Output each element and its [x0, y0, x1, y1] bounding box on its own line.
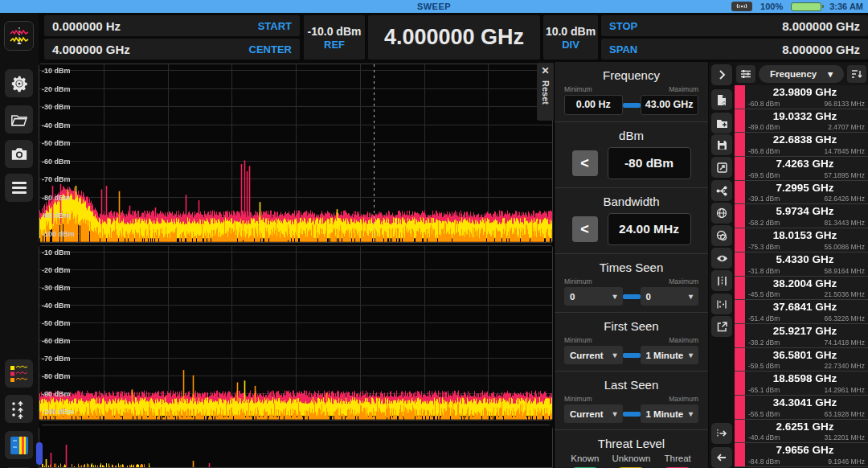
- last-seen-max-dropdown[interactable]: 1 Minute▾: [641, 404, 699, 423]
- list-item[interactable]: 5.9734 GHz-58.2 dBm81.3443 MHz: [735, 204, 868, 228]
- signal-frequency: 23.9809 GHz: [745, 86, 865, 98]
- list-item[interactable]: 18.8598 GHz-65.1 dBm14.2961 MHz: [735, 372, 868, 396]
- stop-value: 8.000000 GHz: [782, 19, 860, 33]
- first-seen-range-slider[interactable]: [623, 353, 641, 358]
- add-folder-button[interactable]: [711, 113, 732, 133]
- bandwidth-back-button[interactable]: <: [572, 216, 598, 242]
- ref-readout[interactable]: -10.0 dBmREF: [304, 15, 365, 60]
- open-file-button[interactable]: [5, 105, 33, 133]
- div-readout[interactable]: 10.0 dBmDIV: [543, 15, 598, 60]
- plot-scrollbar[interactable]: [36, 442, 43, 465]
- threat-option-threat[interactable]: Threat: [663, 454, 692, 468]
- list-item[interactable]: 37.6841 GHz-51.4 dBm66.3226 MHz: [735, 300, 868, 324]
- dbm-value-input[interactable]: -80 dBm: [608, 147, 691, 179]
- signal-bandwidth: 21.5036 MHz: [824, 290, 865, 298]
- save-button[interactable]: [711, 134, 732, 155]
- move-right-button[interactable]: [711, 423, 732, 444]
- globe-icon: [716, 207, 727, 219]
- last-seen-range-slider[interactable]: [623, 412, 641, 417]
- spectrum-view-button[interactable]: [5, 22, 33, 50]
- network-share-button[interactable]: [711, 180, 732, 201]
- list-filter-button[interactable]: [736, 65, 755, 83]
- threat-color-bar: [735, 324, 745, 347]
- center-label: CENTER: [249, 43, 292, 55]
- signal-bandwidth: 58.9164 MHz: [824, 267, 865, 275]
- list-item[interactable]: 19.0332 GHz-89.0 dBm2.4707 MHz: [735, 109, 868, 133]
- center-frequency-display[interactable]: 4.000000 GHz: [368, 15, 540, 60]
- menu-button[interactable]: [5, 174, 33, 202]
- reorder-button[interactable]: [711, 294, 732, 314]
- columns-button[interactable]: [711, 270, 732, 291]
- markers-icon: [10, 400, 29, 419]
- list-item[interactable]: 2.6251 GHz-40.4 dBm31.2201 MHz: [735, 420, 868, 444]
- list-item[interactable]: 7.9656 GHz-84.8 dBm9.1946 MHz: [735, 443, 868, 467]
- frequency-range-slider[interactable]: [623, 103, 641, 108]
- last-seen-min-dropdown[interactable]: Current▾: [564, 404, 623, 423]
- times-seen-section-title: Times Seen: [564, 261, 698, 274]
- collapse-panel-button[interactable]: [711, 64, 732, 85]
- threat-option-unknown[interactable]: Unknown: [612, 454, 651, 468]
- spectrum-plot-bottom[interactable]: -10 dBm-20 dBm-30 dBm-40 dBm-50 dBm-60 d…: [39, 245, 553, 421]
- antenna-button[interactable]: [731, 2, 752, 11]
- bandwidth-value-input[interactable]: 24.00 MHz: [608, 213, 691, 245]
- markers-button[interactable]: [5, 395, 33, 423]
- spectrum-canvas-third[interactable]: [39, 425, 552, 467]
- title-bar: SWEEP 100% 3:36 AM: [0, 0, 868, 13]
- signal-frequency: 36.5801 GHz: [745, 349, 865, 361]
- signal-bandwidth: 74.1418 MHz: [824, 339, 865, 347]
- back-button[interactable]: [711, 447, 732, 468]
- center-value: 4.000000 GHz: [52, 43, 130, 56]
- start-readout[interactable]: 0.000000 HzSTART: [44, 15, 300, 36]
- signal-details: -69.5 dBm57.1895 MHz: [748, 171, 865, 179]
- save-export-icon: [717, 162, 727, 173]
- save-as-button[interactable]: [711, 157, 732, 178]
- trace-legend-button[interactable]: [5, 359, 33, 388]
- arrow-left-icon: [716, 453, 727, 462]
- list-item[interactable]: 22.6838 GHz-86.8 dBm14.7845 MHz: [735, 133, 868, 157]
- dbm-back-button[interactable]: <: [572, 150, 598, 176]
- list-item[interactable]: 23.9809 GHz-60.8 dBm96.8133 MHz: [735, 85, 868, 109]
- center-readout[interactable]: 4.000000 GHzCENTER: [44, 39, 300, 60]
- list-item[interactable]: 34.3041 GHz-56.5 dBm63.1928 MHz: [735, 396, 868, 420]
- threat-option-known[interactable]: Known: [571, 454, 600, 468]
- times-seen-min-dropdown[interactable]: 0▾: [564, 287, 623, 306]
- menu-icon: [12, 182, 27, 194]
- screenshot-button[interactable]: [5, 140, 33, 168]
- last-seen-section-title: Last Seen: [564, 378, 698, 392]
- frequency-min-input[interactable]: 0.00 Hz: [564, 95, 623, 115]
- chevron-down-icon: ▾: [612, 409, 616, 418]
- close-filter-button[interactable]: ✕: [541, 63, 549, 79]
- add-file-button[interactable]: [711, 89, 732, 110]
- times-seen-range-slider[interactable]: [623, 294, 641, 299]
- times-seen-max-dropdown[interactable]: 0▾: [641, 287, 699, 306]
- stop-readout[interactable]: STOP8.000000 GHz: [601, 15, 868, 36]
- settings-button[interactable]: [5, 69, 33, 97]
- signal-frequency: 18.8598 GHz: [745, 372, 865, 384]
- spectrum-plot-third[interactable]: [39, 425, 553, 468]
- list-item[interactable]: 18.0153 GHz-75.3 dBm55.0086 MHz: [735, 228, 868, 252]
- list-item[interactable]: 5.4330 GHz-31.8 dBm58.9164 MHz: [735, 252, 868, 277]
- spectrum-plot-top[interactable]: -10 dBm-20 dBm-30 dBm-40 dBm-50 dBm-60 d…: [39, 64, 553, 243]
- sort-field-dropdown[interactable]: Frequency ▾: [759, 65, 844, 83]
- signal-details: -40.4 dBm31.2201 MHz: [748, 433, 865, 441]
- waterfall-button[interactable]: [5, 431, 33, 459]
- first-seen-min-dropdown[interactable]: Current▾: [564, 346, 623, 364]
- sort-order-button[interactable]: [847, 65, 866, 83]
- list-item[interactable]: 7.4263 GHz-69.5 dBm57.1895 MHz: [735, 157, 868, 181]
- signal-details: -84.8 dBm9.1946 MHz: [748, 458, 865, 466]
- globe-sync-button[interactable]: [711, 225, 732, 246]
- list-item[interactable]: 25.9217 GHz-38.2 dBm74.1418 MHz: [735, 324, 868, 348]
- globe-button[interactable]: [711, 203, 732, 224]
- signal-details: -75.3 dBm55.0086 MHz: [748, 243, 865, 251]
- frequency-max-input[interactable]: 43.00 GHz: [641, 95, 699, 115]
- first-seen-max-dropdown[interactable]: 1 Minute▾: [641, 346, 699, 364]
- spectrum-canvas-top[interactable]: [39, 64, 552, 242]
- visibility-button[interactable]: [711, 248, 732, 269]
- reset-button[interactable]: Reset: [541, 80, 551, 105]
- open-external-button[interactable]: [711, 316, 732, 337]
- list-item[interactable]: 38.2004 GHz-45.5 dBm21.5036 MHz: [735, 277, 868, 301]
- spectrum-canvas-bottom[interactable]: [39, 246, 552, 420]
- list-item[interactable]: 36.5801 GHz-59.5 dBm22.7340 MHz: [735, 348, 868, 372]
- list-item[interactable]: 7.2995 GHz-39.1 dBm62.6426 MHz: [735, 181, 868, 205]
- span-readout[interactable]: SPAN8.000000 GHz: [601, 39, 868, 60]
